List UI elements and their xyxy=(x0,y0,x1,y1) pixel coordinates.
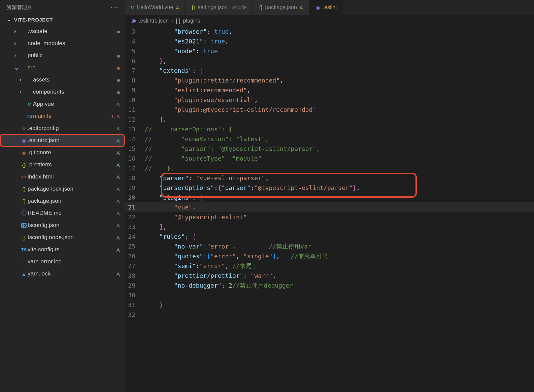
tree-item-tsconfig-json[interactable]: TStsconfig.jsonA xyxy=(0,219,125,231)
file-tree: ›.vscode›node_modules›public⌄src›assets›… xyxy=(0,25,125,280)
breadcrumb-file: .eslintrc.json xyxy=(139,18,169,24)
code-line[interactable]: 18 "parser": "vue-eslint-parser", xyxy=(125,173,534,183)
git-icon: ◆ xyxy=(20,150,28,156)
status-dot xyxy=(117,55,120,58)
line-number: 7 xyxy=(125,66,145,75)
code-line[interactable]: 15// "parser": "@typescript-eslint/parse… xyxy=(125,144,534,154)
tab-package-json[interactable]: {}package.jsonA xyxy=(253,0,309,15)
code-line[interactable]: 11 "plugin:@typescript-eslint/recommende… xyxy=(125,105,534,115)
code-line[interactable]: 7 "extends": [ xyxy=(125,66,534,75)
code-line[interactable]: 6 }, xyxy=(125,56,534,66)
git-status: A xyxy=(116,198,120,204)
line-number: 10 xyxy=(125,95,145,105)
tree-item-label: tsconfig.node.json xyxy=(28,234,116,241)
code-line[interactable]: 30 xyxy=(125,290,534,300)
line-number: 12 xyxy=(125,115,145,124)
code-line[interactable]: 28 "prettier/prettier": "warn", xyxy=(125,271,534,281)
code-line[interactable]: 20 "plugins": [ xyxy=(125,193,534,202)
tree-item-assets[interactable]: ›assets xyxy=(0,74,125,86)
tab-helloworld-vue[interactable]: VHelloWorld.vueA xyxy=(125,0,186,15)
line-number: 18 xyxy=(125,173,145,183)
tree-item-package-lock-json[interactable]: {}package-lock.jsonA xyxy=(0,183,125,195)
tree-item--vscode[interactable]: ›.vscode xyxy=(0,25,125,37)
tree-item-yarn-lock[interactable]: ▲yarn.lockA xyxy=(0,268,125,280)
tab-label: package.json xyxy=(265,4,297,10)
line-number: 9 xyxy=(125,85,145,95)
code-line[interactable]: 14// "ecmaVersion": "latest", xyxy=(125,134,534,144)
tree-item-main-ts[interactable]: TSmain.ts1, A xyxy=(0,110,125,122)
tree-item-index-html[interactable]: <>index.htmlA xyxy=(0,171,125,183)
tree-item-label: public xyxy=(28,52,117,59)
chevron-icon: › xyxy=(20,76,26,83)
code-line[interactable]: 22 "@typescript-eslint" xyxy=(125,212,534,222)
tree-item--editorconfig[interactable]: ⚙.editorconfigA xyxy=(0,122,125,134)
ts-icon: TS xyxy=(26,114,33,119)
code-line[interactable]: 13// "parserOptions": { xyxy=(125,124,534,134)
code-line[interactable]: 8 "plugin:prettier/recommended", xyxy=(125,75,534,85)
tree-item-label: yarn.lock xyxy=(28,270,116,277)
tree-item-label: tsconfig.json xyxy=(28,222,116,229)
git-status: A xyxy=(116,138,120,143)
breadcrumb[interactable]: ◉ .eslintrc.json › [ ] plugins xyxy=(125,15,534,26)
status-dot xyxy=(117,31,120,33)
tree-item-vite-config-ts[interactable]: TSvite.config.tsA xyxy=(0,243,125,256)
git-status: A xyxy=(116,223,120,228)
line-number: 14 xyxy=(125,134,145,144)
tab-sublabel: .vscode xyxy=(230,5,246,10)
tree-item-node-modules[interactable]: ›node_modules xyxy=(0,37,125,50)
code-line[interactable]: 29 "no-debugger": 2//禁止使用debugger xyxy=(125,281,534,290)
code-line[interactable]: 16// "sourceType": "module" xyxy=(125,154,534,163)
tsc-icon: TS xyxy=(20,223,28,228)
tree-item-src[interactable]: ⌄src xyxy=(0,62,125,74)
more-icon[interactable]: ··· xyxy=(111,4,118,11)
code-line[interactable]: 4 "es2021": true, xyxy=(125,36,534,46)
code-line[interactable]: 27 "semi":"error", //末尾； xyxy=(125,261,534,271)
git-status: A xyxy=(116,126,120,131)
code-line[interactable]: 23 ], xyxy=(125,222,534,232)
tab--eslint[interactable]: ◉.eslint xyxy=(309,0,343,15)
ts-icon: TS xyxy=(20,247,28,252)
code-line[interactable]: 17// }, xyxy=(125,163,534,173)
code-line[interactable]: 12 ], xyxy=(125,115,534,124)
project-root[interactable]: ⌄ VITE-PROJECT xyxy=(0,14,125,25)
code-line[interactable]: 19 "parserOptions":{"parser":"@typescrip… xyxy=(125,183,534,193)
tree-item-package-json[interactable]: {}package.jsonA xyxy=(0,195,125,207)
code-line[interactable]: 24 "rules": { xyxy=(125,232,534,241)
code-editor[interactable]: 3 "browser": true,4 "es2021": true,5 "no… xyxy=(125,26,534,392)
code-line[interactable]: 10 "plugin:vue/essential", xyxy=(125,95,534,105)
code-line[interactable]: 9 "eslint:recommended", xyxy=(125,85,534,95)
tab-settings-json[interactable]: {}settings.json.vscode xyxy=(186,0,253,15)
code-line[interactable]: 5 "node": true xyxy=(125,46,534,56)
tree-item-label: src xyxy=(28,64,117,71)
tree-item-components[interactable]: ›components xyxy=(0,86,125,98)
tree-item-yarn-error-log[interactable]: ≡yarn-error.log xyxy=(0,256,125,268)
line-number: 21 xyxy=(125,202,145,212)
tree-item-app-vue[interactable]: VApp.vueA xyxy=(0,98,125,110)
tree-item-readme-md[interactable]: ⓘREADME.mdA xyxy=(0,207,125,219)
code-line[interactable]: 26 "quotes":["error", "single"], //使用单引号 xyxy=(125,251,534,261)
array-icon: [ ] xyxy=(176,18,180,24)
chevron-down-icon: ⌄ xyxy=(7,17,11,23)
tree-item-tsconfig-node-json[interactable]: {}tsconfig.node.jsonA xyxy=(0,231,125,243)
git-status: A xyxy=(300,5,303,10)
tree-item-label: package-lock.json xyxy=(28,186,116,192)
tree-item--eslintrc-json[interactable]: ◉.eslintrc.jsonA xyxy=(0,134,125,146)
code-line[interactable]: 25 "no-var":"error", //禁止使用var xyxy=(125,241,534,251)
tree-item--gitignore[interactable]: ◆.gitignoreA xyxy=(0,146,125,159)
json-icon: {} xyxy=(20,198,28,204)
vue-icon: V xyxy=(131,4,134,10)
tree-item--prettierrc[interactable]: {}.prettierrcA xyxy=(0,159,125,171)
code-line[interactable]: 3 "browser": true, xyxy=(125,27,534,36)
chevron-icon: ⌄ xyxy=(14,64,20,71)
json-icon: {} xyxy=(20,186,28,192)
gear-icon: ⚙ xyxy=(20,125,28,132)
tab-label: .eslint xyxy=(323,4,337,10)
code-line[interactable]: 31 } xyxy=(125,300,534,310)
vue-icon: V xyxy=(26,101,33,107)
tree-item-public[interactable]: ›public xyxy=(0,50,125,62)
tree-item-label: package.json xyxy=(28,198,116,204)
code-line[interactable]: 21 "vue", xyxy=(125,202,534,212)
tree-item-label: assets xyxy=(33,76,117,83)
line-number: 31 xyxy=(125,300,145,310)
code-line[interactable]: 32 xyxy=(125,310,534,320)
